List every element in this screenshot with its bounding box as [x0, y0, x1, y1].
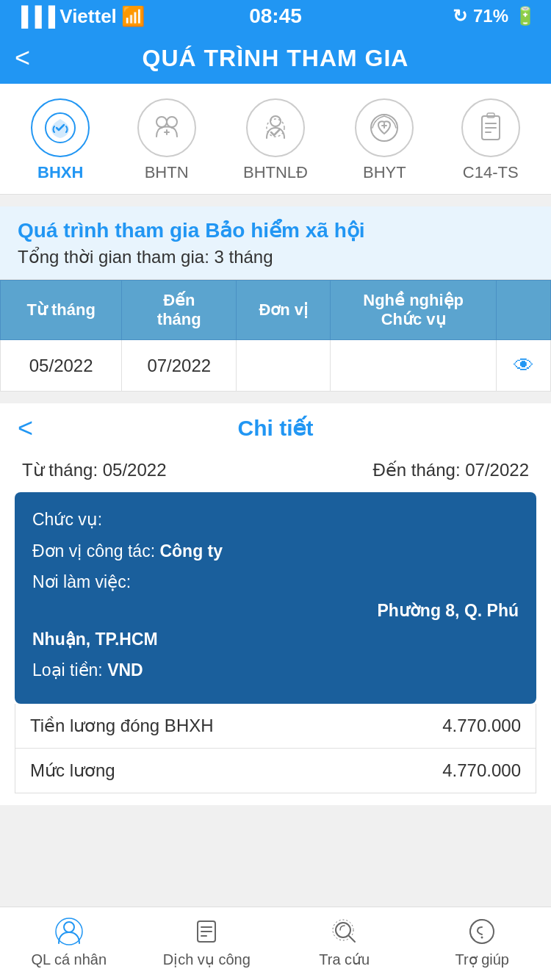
carrier-label: Viettel [60, 5, 117, 28]
tro-giup-label: Trợ giúp [455, 951, 509, 968]
location-bottom-row: Nhuận, TP.HCM [32, 627, 519, 652]
col-action [497, 281, 551, 340]
salary-value-2: 4.770.000 [442, 760, 521, 781]
bhxh-icon-circle [31, 98, 90, 157]
loai-tien-value: VND [107, 660, 143, 680]
cell-view[interactable]: 👁 [497, 340, 551, 392]
battery-icon: 🔋 [514, 6, 536, 26]
signal-icon: ▐▐▐ [15, 5, 55, 28]
chuc-vu-label: Chức vụ: [32, 510, 102, 529]
bhxh-label: BHXH [37, 163, 83, 182]
section-card: Quá trình tham gia Bảo hiểm xã hội Tổng … [0, 206, 551, 392]
bhyt-icon-circle [355, 98, 414, 157]
svg-point-11 [336, 923, 350, 937]
noi-lam-viec-row: Nơi làm việc: [32, 569, 519, 595]
section-header: Quá trình tham gia Bảo hiểm xã hội Tổng … [0, 206, 551, 280]
ql-ca-nhan-label: QL cá nhân [31, 951, 107, 968]
location-row: Phường 8, Q. Phú [32, 601, 519, 621]
cell-to-month: 07/2022 [122, 340, 237, 392]
nav-ql-ca-nhan[interactable]: QL cá nhân [0, 916, 138, 968]
col-to: Đếntháng [122, 281, 237, 340]
bhtnld-icon [259, 112, 292, 144]
svg-point-1 [156, 117, 167, 127]
c14ts-label: C14-TS [463, 163, 519, 182]
don-vi-row: Đơn vị công tác: Công ty [32, 538, 519, 564]
cell-occupation [331, 340, 497, 392]
detail-section: < Chi tiết Từ tháng: 05/2022 Đến tháng: … [0, 403, 551, 805]
bottom-nav: QL cá nhân Dịch vụ công Tra cứu [0, 907, 551, 980]
col-occupation: Nghề nghiệpChức vụ [331, 281, 497, 340]
noi-lam-viec-label: Nơi làm việc: [32, 572, 131, 591]
bhtn-icon-circle [137, 98, 196, 157]
salary-value-1: 4.770.000 [442, 716, 521, 736]
detail-dates: Từ tháng: 05/2022 Đến tháng: 07/2022 [0, 453, 551, 492]
category-c14ts[interactable]: C14-TS [461, 98, 520, 182]
salary-table: Tiền lương đóng BHXH 4.770.000 Mức lương… [15, 704, 536, 793]
bhyt-label: BHYT [363, 163, 406, 182]
participation-table: Từ tháng Đếntháng Đơn vị Nghề nghiệpChức… [0, 280, 551, 392]
detail-from-label: Từ tháng: 05/2022 [22, 460, 166, 480]
detail-title: Chi tiết [238, 415, 314, 441]
svg-point-2 [167, 117, 177, 127]
location-right: Phường 8, Q. Phú [377, 601, 519, 621]
detail-back-button[interactable]: < [18, 413, 33, 444]
salary-row-2: Mức lương 4.770.000 [15, 749, 536, 793]
sync-icon: ↻ [453, 6, 467, 26]
cell-from-month: 05/2022 [1, 340, 122, 392]
category-bhxh[interactable]: BHXH [31, 98, 90, 182]
detail-header: < Chi tiết [0, 403, 551, 453]
view-detail-icon[interactable]: 👁 [514, 354, 534, 377]
detail-to-label: Đến tháng: 07/2022 [373, 460, 530, 480]
c14ts-icon-circle [461, 98, 520, 157]
bhtnld-label: BHTNLĐ [243, 163, 308, 182]
don-vi-value: Công ty [159, 541, 223, 561]
bhyt-icon [368, 112, 400, 144]
category-bhtn[interactable]: BHTN [137, 98, 196, 182]
ql-ca-nhan-icon [53, 916, 85, 947]
tro-giup-icon [466, 916, 498, 946]
tra-cuu-label: Tra cứu [319, 951, 370, 968]
location-bottom-label: Nhuận, TP.HCM [32, 630, 158, 649]
nav-tra-cuu[interactable]: Tra cứu [276, 916, 414, 968]
c14ts-icon [475, 112, 507, 144]
status-left: ▐▐▐ Viettel 📶 [15, 5, 145, 28]
loai-tien-label: Loại tiền: [32, 660, 103, 680]
wifi-icon: 📶 [121, 5, 145, 28]
don-vi-label: Đơn vị công tác: [32, 541, 155, 561]
battery-label: 71% [473, 6, 508, 26]
salary-row-1: Tiền lương đóng BHXH 4.770.000 [15, 704, 536, 749]
salary-label-1: Tiền lương đóng BHXH [30, 716, 214, 736]
page-title: QUÁ TRÌNH THAM GIA [143, 45, 409, 72]
time-label: 08:45 [249, 4, 302, 28]
category-tabs: BHXH BHTN BHTNLĐ [0, 84, 551, 195]
tra-cuu-icon [328, 916, 361, 946]
bhxh-icon [44, 112, 76, 144]
bhtn-label: BHTN [145, 163, 189, 182]
nav-tro-giup[interactable]: Trợ giúp [414, 916, 552, 968]
svg-point-3 [270, 116, 281, 126]
col-unit: Đơn vị [237, 281, 331, 340]
chuc-vu-row: Chức vụ: [32, 507, 519, 533]
table-row: 05/2022 07/2022 👁 [1, 340, 551, 392]
col-from: Từ tháng [1, 281, 122, 340]
dich-vu-cong-icon [190, 916, 223, 946]
status-bar: ▐▐▐ Viettel 📶 08:45 ↻ 71% 🔋 [0, 0, 551, 32]
status-right: ↻ 71% 🔋 [453, 6, 536, 26]
cell-unit [237, 340, 331, 392]
main-content: Quá trình tham gia Bảo hiểm xã hội Tổng … [0, 206, 551, 886]
header: < QUÁ TRÌNH THAM GIA [0, 32, 551, 84]
section-title: Quá trình tham gia Bảo hiểm xã hội [18, 218, 533, 242]
bhtnld-icon-circle [246, 98, 305, 157]
svg-point-14 [481, 936, 483, 938]
bhtn-icon [151, 112, 183, 144]
nav-dich-vu-cong[interactable]: Dịch vụ công [138, 916, 276, 968]
salary-label-2: Mức lương [30, 760, 115, 781]
category-bhtnld[interactable]: BHTNLĐ [243, 98, 308, 182]
loai-tien-row: Loại tiền: VND [32, 657, 519, 683]
back-button[interactable]: < [15, 43, 30, 73]
dich-vu-cong-label: Dịch vụ công [163, 951, 251, 968]
category-bhyt[interactable]: BHYT [355, 98, 414, 182]
info-card: Chức vụ: Đơn vị công tác: Công ty Nơi là… [15, 492, 536, 704]
svg-point-8 [64, 922, 74, 932]
section-subtitle: Tổng thời gian tham gia: 3 tháng [18, 247, 533, 267]
